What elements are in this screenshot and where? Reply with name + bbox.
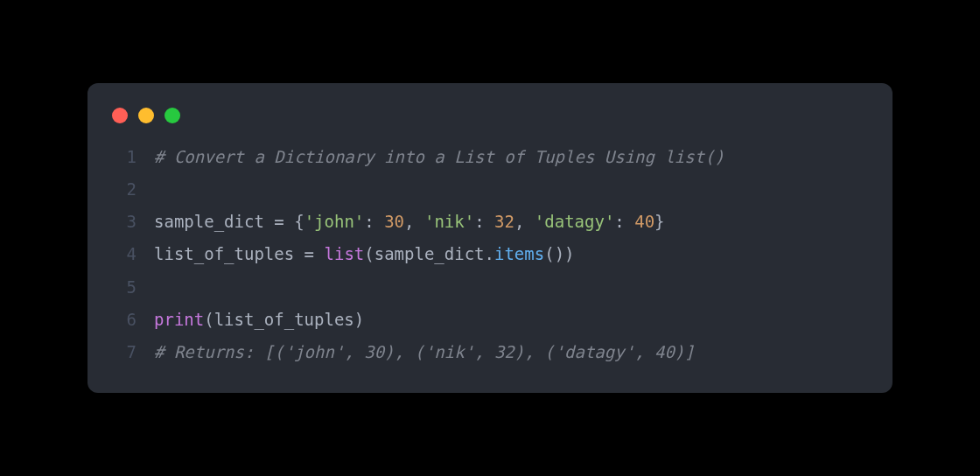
code-content: sample_dict = {'john': 30, 'nik': 32, 'd… xyxy=(154,206,665,238)
code-token xyxy=(314,244,324,263)
line-number: 4 xyxy=(112,238,136,270)
code-token: 40 xyxy=(634,212,654,231)
line-number: 6 xyxy=(112,304,136,336)
code-token: : xyxy=(364,212,384,231)
code-editor[interactable]: 1# Convert a Dictionary into a List of T… xyxy=(88,141,892,368)
line-number: 1 xyxy=(112,141,136,173)
minimize-icon[interactable] xyxy=(138,108,154,123)
code-token: 'datagy' xyxy=(535,212,615,231)
code-token: = xyxy=(304,244,314,263)
code-content: print(list_of_tuples) xyxy=(154,304,364,336)
line-number: 7 xyxy=(112,336,136,368)
code-token: # Returns: [('john', 30), ('nik', 32), (… xyxy=(154,342,695,361)
code-content: # Returns: [('john', 30), ('nik', 32), (… xyxy=(154,336,695,368)
code-token: , xyxy=(514,212,535,231)
code-line: 3sample_dict = {'john': 30, 'nik': 32, '… xyxy=(112,206,868,238)
code-token: sample_dict xyxy=(154,212,274,231)
close-icon[interactable] xyxy=(112,108,128,123)
code-token: list_of_tuples xyxy=(154,244,304,263)
code-token: 'john' xyxy=(304,212,365,231)
code-line: 4list_of_tuples = list(sample_dict.items… xyxy=(112,238,868,270)
window-titlebar xyxy=(88,104,892,141)
code-token: 30 xyxy=(384,212,404,231)
code-token: 'nik' xyxy=(424,212,474,231)
line-number: 2 xyxy=(112,173,136,206)
code-token: 32 xyxy=(494,212,514,231)
code-token: { xyxy=(284,212,304,231)
code-token: # Convert a Dictionary into a List of Tu… xyxy=(154,147,724,166)
code-window: 1# Convert a Dictionary into a List of T… xyxy=(88,83,892,392)
code-content: list_of_tuples = list(sample_dict.items(… xyxy=(154,238,575,270)
code-content: # Convert a Dictionary into a List of Tu… xyxy=(154,141,724,173)
code-line: 1# Convert a Dictionary into a List of T… xyxy=(112,141,868,173)
line-number: 5 xyxy=(112,271,136,304)
code-line: 2 xyxy=(112,173,868,206)
code-token: (sample_dict. xyxy=(364,244,494,263)
code-token: items xyxy=(494,244,544,263)
code-token: print xyxy=(154,310,204,329)
code-token: list xyxy=(325,244,365,263)
line-number: 3 xyxy=(112,206,136,238)
code-token: } xyxy=(654,212,664,231)
code-token: : xyxy=(614,212,634,231)
maximize-icon[interactable] xyxy=(164,108,180,123)
code-line: 5 xyxy=(112,271,868,304)
code-token: ()) xyxy=(544,244,574,263)
code-line: 7# Returns: [('john', 30), ('nik', 32), … xyxy=(112,336,868,368)
code-token: , xyxy=(404,212,424,231)
code-token: (list_of_tuples) xyxy=(204,310,364,329)
code-token: = xyxy=(274,212,284,231)
code-line: 6print(list_of_tuples) xyxy=(112,304,868,336)
code-token: : xyxy=(474,212,494,231)
